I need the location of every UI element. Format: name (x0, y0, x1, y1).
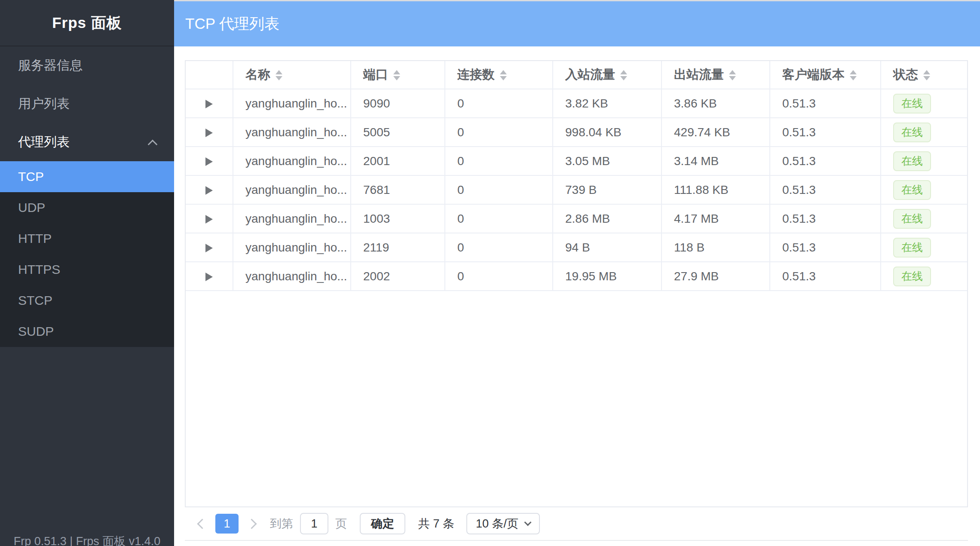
column-header-expand (186, 61, 233, 89)
proxy-table: 名称 端口 连接数 入站流量 出站流量 客户端版本 状态 yanghuangli… (186, 61, 967, 291)
cell-traffic-in: 739 B (553, 176, 662, 205)
sidebar-subitem-sudp[interactable]: SUDP (0, 316, 174, 347)
page-header: TCP 代理列表 (174, 1, 980, 46)
cell-port: 2119 (351, 233, 445, 262)
cell-client-version: 0.51.3 (770, 262, 881, 291)
row-expand-cell[interactable] (186, 176, 233, 205)
cell-name: yanghuanglin_ho... (233, 176, 351, 205)
column-header-label: 状态 (893, 67, 918, 81)
cell-name: yanghuanglin_ho... (233, 262, 351, 291)
prev-page-button[interactable] (197, 518, 207, 529)
cell-traffic-in: 19.95 MB (553, 262, 662, 291)
cell-status: 在线 (881, 89, 967, 118)
column-header-client_version[interactable]: 客户端版本 (770, 61, 881, 89)
chevron-up-icon (148, 139, 158, 149)
table-row: yanghuanglin_ho... 1003 0 2.86 MB 4.17 M… (186, 205, 967, 233)
expand-arrow-icon (205, 273, 213, 281)
cell-port: 7681 (351, 176, 445, 205)
row-expand-cell[interactable] (186, 262, 233, 291)
cell-traffic-in: 998.04 KB (553, 118, 662, 147)
cell-connections: 0 (445, 89, 553, 118)
table-row: yanghuanglin_ho... 2001 0 3.05 MB 3.14 M… (186, 147, 967, 176)
table-row: yanghuanglin_ho... 2002 0 19.95 MB 27.9 … (186, 262, 967, 291)
cell-traffic-in: 94 B (553, 233, 662, 262)
status-badge: 在线 (893, 94, 931, 113)
cell-client-version: 0.51.3 (770, 176, 881, 205)
cell-client-version: 0.51.3 (770, 233, 881, 262)
table-header-row: 名称 端口 连接数 入站流量 出站流量 客户端版本 状态 (186, 61, 967, 89)
status-badge: 在线 (893, 238, 931, 258)
sidebar-subitem-udp[interactable]: UDP (0, 192, 174, 223)
page-size-select[interactable]: 10 条/页 (466, 513, 540, 534)
cell-traffic-out: 111.88 KB (662, 176, 770, 205)
cell-status: 在线 (881, 233, 967, 262)
cell-status: 在线 (881, 205, 967, 233)
row-expand-cell[interactable] (186, 233, 233, 262)
column-header-traffic_in[interactable]: 入站流量 (553, 61, 662, 89)
column-header-connections[interactable]: 连接数 (445, 61, 553, 89)
cell-traffic-in: 3.05 MB (553, 147, 662, 176)
sidebar-subitem-label: TCP (18, 169, 44, 184)
row-expand-cell[interactable] (186, 89, 233, 118)
goto-suffix-label: 页 (335, 516, 347, 531)
column-header-port[interactable]: 端口 (351, 61, 445, 89)
sidebar-item-user-list[interactable]: 用户列表 (0, 85, 174, 123)
sidebar-subitem-label: STCP (18, 293, 52, 308)
cell-traffic-out: 3.14 MB (662, 147, 770, 176)
cell-traffic-out: 3.86 KB (662, 89, 770, 118)
column-header-label: 端口 (363, 67, 388, 81)
pagination-bar: 1 到第 页 确定 共 7 条 10 条/页 (185, 507, 968, 541)
page-number-button[interactable]: 1 (215, 514, 239, 534)
sidebar-subitem-tcp[interactable]: TCP (0, 161, 174, 192)
page-title: TCP 代理列表 (185, 14, 279, 34)
table-row: yanghuanglin_ho... 7681 0 739 B 111.88 K… (186, 176, 967, 205)
cell-connections: 0 (445, 176, 553, 205)
confirm-button[interactable]: 确定 (360, 513, 405, 534)
status-badge: 在线 (893, 209, 931, 229)
cell-port: 9090 (351, 89, 445, 118)
sidebar-menu: 服务器信息 用户列表 代理列表 (0, 46, 174, 161)
sidebar-submenu: TCP UDP HTTP HTTPS STCP SUDP (0, 161, 174, 347)
app: { "sidebar": { "title": "Frps 面板", "item… (0, 0, 980, 546)
cell-status: 在线 (881, 176, 967, 205)
sidebar-item-proxy-list[interactable]: 代理列表 (0, 123, 174, 161)
sidebar-subitem-stcp[interactable]: STCP (0, 285, 174, 316)
status-badge: 在线 (893, 267, 931, 286)
table-row: yanghuanglin_ho... 5005 0 998.04 KB 429.… (186, 118, 967, 147)
column-header-label: 客户端版本 (782, 67, 845, 81)
cell-client-version: 0.51.3 (770, 89, 881, 118)
column-header-label: 名称 (245, 67, 270, 81)
status-badge: 在线 (893, 151, 931, 171)
sidebar-subitem-https[interactable]: HTTPS (0, 254, 174, 285)
sort-carets-icon (729, 70, 736, 80)
cell-status: 在线 (881, 147, 967, 176)
cell-name: yanghuanglin_ho... (233, 233, 351, 262)
cell-name: yanghuanglin_ho... (233, 147, 351, 176)
column-header-label: 连接数 (457, 67, 495, 81)
next-page-button[interactable] (246, 518, 257, 529)
column-header-traffic_out[interactable]: 出站流量 (662, 61, 770, 89)
row-expand-cell[interactable] (186, 147, 233, 176)
row-expand-cell[interactable] (186, 118, 233, 147)
proxy-table-card: 名称 端口 连接数 入站流量 出站流量 客户端版本 状态 yanghuangli… (185, 60, 968, 507)
total-count-label: 共 7 条 (418, 516, 454, 531)
goto-page-input[interactable] (300, 513, 328, 534)
column-header-name[interactable]: 名称 (233, 61, 351, 89)
row-expand-cell[interactable] (186, 205, 233, 233)
cell-connections: 0 (445, 118, 553, 147)
cell-client-version: 0.51.3 (770, 147, 881, 176)
sidebar-item-label: 代理列表 (18, 133, 70, 151)
sidebar-subitem-http[interactable]: HTTP (0, 223, 174, 254)
sort-carets-icon (923, 70, 930, 80)
expand-arrow-icon (205, 100, 213, 108)
column-header-status[interactable]: 状态 (881, 61, 967, 89)
column-header-label: 入站流量 (565, 67, 615, 81)
expand-arrow-icon (205, 186, 213, 195)
status-badge: 在线 (893, 123, 931, 142)
main-area: TCP 代理列表 名称 端口 连接数 入站流量 出站流量 客户端版本 状态 ya… (174, 0, 980, 546)
app-title: Frps 面板 (0, 0, 174, 46)
sort-carets-icon (500, 70, 507, 80)
sidebar-item-server-info[interactable]: 服务器信息 (0, 46, 174, 85)
status-badge: 在线 (893, 180, 931, 200)
cell-traffic-out: 27.9 MB (662, 262, 770, 291)
